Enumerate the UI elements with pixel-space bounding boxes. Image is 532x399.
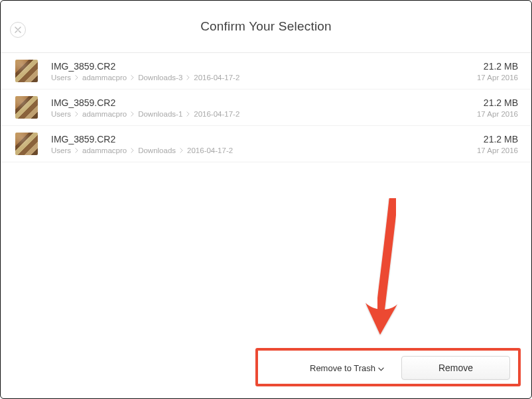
breadcrumb-segment: Downloads-3 <box>138 74 182 82</box>
breadcrumb-segment: Users <box>51 110 71 118</box>
file-date: 17 Apr 2016 <box>477 110 518 118</box>
breadcrumb-segment: adammacpro <box>82 146 127 154</box>
file-name: IMG_3859.CR2 <box>51 97 470 108</box>
file-path-breadcrumb: UsersadammacproDownloads-12016-04-17-2 <box>51 110 470 118</box>
file-path-breadcrumb: UsersadammacproDownloads2016-04-17-2 <box>51 146 470 154</box>
chevron-right-icon <box>131 148 134 153</box>
file-meta: IMG_3859.CR2UsersadammacproDownloads-320… <box>51 61 470 82</box>
breadcrumb-segment: Users <box>51 146 71 154</box>
close-button[interactable] <box>10 22 26 38</box>
close-icon <box>15 24 21 36</box>
chevron-right-icon <box>186 75 190 80</box>
breadcrumb-segment: 2016-04-17-2 <box>187 146 233 154</box>
chevron-right-icon <box>180 148 183 153</box>
chevron-right-icon <box>131 75 134 80</box>
remove-method-dropdown[interactable]: Remove to Trash <box>306 359 388 377</box>
breadcrumb-segment: adammacpro <box>82 74 127 82</box>
file-date: 17 Apr 2016 <box>477 74 518 82</box>
dialog-title: Confirm Your Selection <box>200 19 332 34</box>
dialog-window: Confirm Your Selection IMG_3859.CR2Users… <box>0 0 532 399</box>
file-date: 17 Apr 2016 <box>477 146 518 154</box>
remove-button-label: Remove <box>438 363 473 373</box>
titlebar: Confirm Your Selection <box>1 1 531 53</box>
file-right-meta: 21.2 MB17 Apr 2016 <box>477 97 518 118</box>
breadcrumb-segment: Downloads <box>138 146 176 154</box>
file-thumbnail <box>15 133 38 155</box>
chevron-down-icon <box>378 363 384 373</box>
file-right-meta: 21.2 MB17 Apr 2016 <box>477 61 518 82</box>
footer: Remove to Trash Remove <box>1 339 531 398</box>
file-meta: IMG_3859.CR2UsersadammacproDownloads2016… <box>51 134 470 154</box>
file-right-meta: 21.2 MB17 Apr 2016 <box>477 134 518 154</box>
chevron-right-icon <box>75 111 78 117</box>
breadcrumb-segment: adammacpro <box>82 110 127 118</box>
chevron-right-icon <box>75 148 78 153</box>
file-size: 21.2 MB <box>477 97 518 108</box>
footer-controls: Remove to Trash Remove <box>299 351 517 385</box>
remove-button[interactable]: Remove <box>401 356 510 380</box>
file-path-breadcrumb: UsersadammacproDownloads-32016-04-17-2 <box>51 74 470 82</box>
breadcrumb-segment: 2016-04-17-2 <box>194 110 239 118</box>
file-list: IMG_3859.CR2UsersadammacproDownloads-320… <box>1 53 531 339</box>
file-name: IMG_3859.CR2 <box>51 61 470 72</box>
file-row[interactable]: IMG_3859.CR2UsersadammacproDownloads2016… <box>1 126 531 162</box>
chevron-right-icon <box>131 111 134 117</box>
file-size: 21.2 MB <box>477 134 518 144</box>
remove-method-label: Remove to Trash <box>310 363 375 373</box>
file-thumbnail <box>15 96 38 119</box>
file-name: IMG_3859.CR2 <box>51 134 470 144</box>
file-thumbnail <box>15 60 38 82</box>
breadcrumb-segment: Downloads-1 <box>138 110 182 118</box>
file-row[interactable]: IMG_3859.CR2UsersadammacproDownloads-120… <box>1 89 531 126</box>
file-meta: IMG_3859.CR2UsersadammacproDownloads-120… <box>51 97 470 118</box>
chevron-right-icon <box>75 75 78 80</box>
breadcrumb-segment: Users <box>51 74 71 82</box>
file-size: 21.2 MB <box>477 61 518 72</box>
file-row[interactable]: IMG_3859.CR2UsersadammacproDownloads-320… <box>1 53 531 89</box>
breadcrumb-segment: 2016-04-17-2 <box>194 74 239 82</box>
chevron-right-icon <box>186 111 190 117</box>
